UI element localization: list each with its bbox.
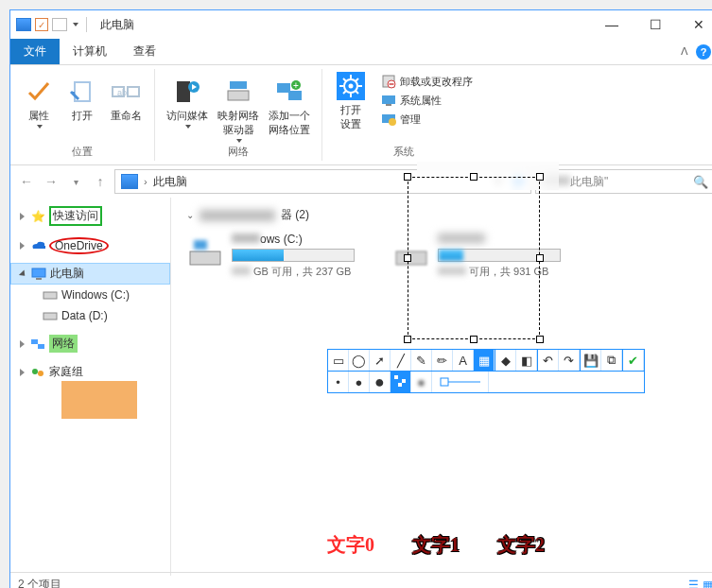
expand-icon[interactable] (20, 340, 25, 348)
map-drive-button[interactable]: 映射网络 驱动器 (214, 75, 263, 145)
uninstall-programs-button[interactable]: 卸载或更改程序 (377, 73, 477, 90)
expand-icon[interactable] (20, 213, 25, 220)
save-button[interactable]: 💾 (581, 350, 601, 371)
window-title: 此电脑 (100, 17, 134, 33)
line-tool[interactable]: ╱ (391, 350, 411, 371)
resize-handle-s[interactable] (470, 336, 478, 343)
dropdown-icon (37, 125, 43, 129)
open-button[interactable]: 打开 (61, 75, 103, 144)
sidebar-item-drive-d[interactable]: Data (D:) (10, 305, 170, 326)
usage-bar (232, 249, 355, 262)
mosaic-tool[interactable]: ▦ (474, 350, 495, 371)
chevron-right-icon: › (144, 176, 148, 187)
rename-button[interactable]: ab 重命名 (105, 75, 147, 144)
drive-icon (43, 287, 58, 303)
sidebar-item-quick-access[interactable]: ⭐ 快速访问 (10, 203, 170, 229)
redo-button[interactable]: ↷ (559, 350, 580, 371)
back-button[interactable]: ← (16, 171, 37, 192)
details-view-icon[interactable]: ☰ (688, 579, 699, 589)
access-media-button[interactable]: 访问媒体 (163, 75, 212, 145)
forward-button[interactable]: → (41, 171, 61, 192)
svg-rect-6 (228, 91, 249, 100)
svg-rect-34 (31, 339, 38, 344)
svg-rect-2 (128, 87, 139, 96)
undo-button[interactable]: ↶ (538, 350, 559, 371)
sidebar-item-homegroup[interactable]: 家庭组 (10, 361, 170, 383)
copy-button[interactable]: ⧉ (601, 350, 622, 371)
marker-tool[interactable]: ✏ (432, 350, 453, 371)
tiles-view-icon[interactable]: ▦ (703, 579, 712, 589)
close-button[interactable]: ✕ (677, 10, 712, 39)
expand-icon[interactable] (20, 242, 25, 250)
arrow-tool[interactable]: ➚ (370, 350, 391, 371)
svg-rect-31 (36, 278, 42, 280)
properties-button[interactable]: 属性 (18, 75, 60, 144)
pen-tool[interactable]: ✎ (411, 350, 432, 371)
address-row: ← → ▾ ↑ › 此电脑 ⟳ 此电脑" 🔍 (10, 165, 712, 198)
resize-handle-ne[interactable] (536, 173, 544, 181)
system-properties-button[interactable]: 系统属性 (377, 92, 477, 109)
qat-new-folder-icon[interactable] (52, 18, 67, 31)
resize-handle-n[interactable] (470, 173, 478, 181)
svg-rect-4 (177, 81, 190, 102)
slider[interactable] (432, 372, 489, 392)
network-icon (30, 337, 45, 352)
size-large[interactable]: ● (370, 372, 391, 392)
ellipse-tool[interactable]: ◯ (349, 350, 370, 371)
collapse-icon[interactable]: ⌄ (186, 210, 194, 220)
help-icon[interactable]: ? (696, 44, 711, 60)
mosaic-style-2[interactable]: ● (411, 372, 432, 392)
maximize-button[interactable]: ☐ (634, 10, 677, 39)
recent-locations-button[interactable]: ▾ (65, 171, 86, 192)
resize-handle-se[interactable] (536, 336, 544, 343)
ribbon-group-location: 属性 打开 ab 重命名 位置 (10, 69, 155, 161)
tab-computer[interactable]: 计算机 (60, 39, 120, 64)
sidebar-item-this-pc[interactable]: 此电脑 (10, 263, 170, 285)
mosaic-style-1[interactable] (391, 372, 411, 392)
resize-handle-nw[interactable] (404, 173, 411, 181)
sidebar-item-drive-c[interactable]: Windows (C:) (10, 285, 170, 305)
svg-rect-32 (43, 292, 57, 299)
search-input[interactable]: 此电脑" 🔍 (535, 169, 712, 194)
ribbon: 属性 打开 ab 重命名 位置 访问媒体 (10, 65, 712, 165)
sidebar-item-network[interactable]: 网络 (10, 332, 170, 355)
up-button[interactable]: ↑ (90, 171, 111, 192)
svg-rect-39 (194, 240, 207, 250)
dropdown-icon (185, 125, 191, 129)
svg-rect-43 (402, 379, 406, 383)
open-settings-button[interactable]: 打开 设置 (330, 69, 372, 145)
add-location-button[interactable]: + 添加一个 网络位置 (265, 75, 314, 145)
media-server-icon (172, 77, 202, 107)
manage-button[interactable]: 管理 (377, 111, 477, 128)
rect-tool[interactable]: ▭ (328, 350, 349, 371)
gear-icon (336, 71, 366, 101)
qat-dropdown-icon[interactable] (73, 23, 78, 26)
minimize-button[interactable]: — (590, 10, 634, 39)
tab-file[interactable]: 文件 (10, 39, 60, 64)
selection-rectangle[interactable] (408, 177, 540, 339)
resize-handle-w[interactable] (404, 254, 411, 262)
svg-rect-30 (32, 268, 45, 277)
size-medium[interactable]: ● (349, 372, 370, 392)
eraser-tool[interactable]: ◧ (516, 350, 537, 371)
text-tool[interactable]: A (453, 350, 474, 371)
ribbon-collapse-icon[interactable]: ᐱ (681, 45, 688, 58)
expand-icon[interactable] (20, 369, 25, 376)
tab-view[interactable]: 查看 (120, 39, 169, 64)
highlight-red-oval: OneDrive (49, 237, 109, 254)
color-picker-tool[interactable]: ◆ (495, 350, 516, 371)
qat-properties-icon[interactable]: ✓ (35, 18, 48, 31)
search-icon: 🔍 (693, 175, 708, 189)
resize-handle-e[interactable] (536, 254, 544, 262)
ribbon-group-network: 访问媒体 映射网络 驱动器 + 添加一个 网络位置 网络 (155, 69, 322, 161)
size-small[interactable]: • (328, 372, 349, 392)
svg-rect-46 (441, 378, 448, 386)
text-overlay-0: 文字0 (327, 532, 374, 558)
pc-icon (31, 267, 46, 282)
collapse-icon[interactable] (19, 269, 27, 278)
confirm-button[interactable]: ✔ (623, 350, 644, 371)
blurred-text (200, 210, 275, 221)
sidebar-item-onedrive[interactable]: OneDrive (10, 234, 170, 257)
drive-c[interactable]: ows (C:) GB 可用，共 237 GB (186, 233, 355, 279)
resize-handle-sw[interactable] (404, 336, 411, 343)
